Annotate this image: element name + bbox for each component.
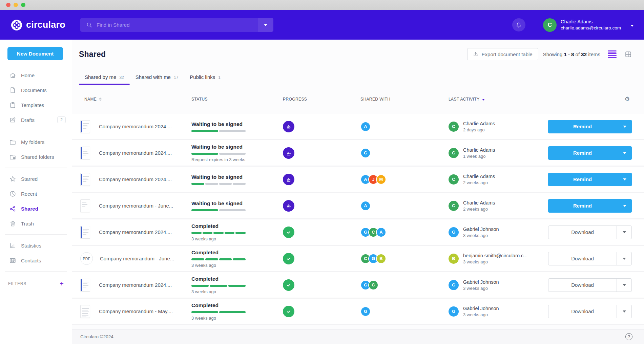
action-label[interactable]: Remind <box>548 120 617 133</box>
shared-with-avatars[interactable]: GCA <box>360 227 449 237</box>
new-document-button[interactable]: New Document <box>7 47 63 60</box>
download-button[interactable]: Download <box>548 252 632 265</box>
document-name[interactable]: Company memorandum - May.... <box>99 308 173 314</box>
search-icon <box>86 22 92 28</box>
document-name[interactable]: Company memorandum 2024.... <box>99 282 172 288</box>
shared-with-avatars[interactable]: GC <box>360 280 449 290</box>
table-row[interactable]: PDFCompany memorandum - June... Complete… <box>72 246 644 272</box>
sidebar: New Document HomeDocumentsTemplatesDraft… <box>0 40 72 344</box>
table-row[interactable]: Company memorandum 2024.... Waiting to b… <box>72 140 644 167</box>
tab-shared-by-me[interactable]: Shared by me32 <box>79 70 130 84</box>
table-row[interactable]: Company memorandum 2024.... Completed 3 … <box>72 219 644 246</box>
document-name[interactable]: Company memorandum 2024.... <box>99 229 172 235</box>
download-button[interactable]: Download <box>548 278 632 292</box>
column-header-name[interactable]: NAME <box>80 97 191 102</box>
document-name[interactable]: Company memorandum - June... <box>99 203 173 209</box>
action-label[interactable]: Download <box>548 305 617 318</box>
tab-shared-with-me[interactable]: Shared with me17 <box>130 70 184 84</box>
logo[interactable]: circularo <box>11 19 65 31</box>
table-row[interactable]: Company memorandum 2024.... Completed 3 … <box>72 272 644 299</box>
action-dropdown-caret[interactable] <box>617 173 632 186</box>
action-dropdown-caret[interactable] <box>617 120 632 133</box>
search-scope-dropdown[interactable] <box>258 18 273 32</box>
shared-with-avatars[interactable]: G <box>360 306 449 317</box>
avatar: C <box>449 201 459 211</box>
add-filter-button[interactable]: + <box>60 280 64 287</box>
action-dropdown-caret[interactable] <box>617 146 632 160</box>
column-header-status[interactable]: STATUS <box>191 97 283 102</box>
download-button[interactable]: Download <box>548 225 632 239</box>
status-subtext: 3 weeks ago <box>191 236 283 241</box>
sidebar-item-contacts[interactable]: Contacts <box>0 253 72 268</box>
last-activity: B benjamin.smith@circularo.c... 3 weeks … <box>449 253 547 264</box>
shared-with-avatars[interactable]: A <box>360 122 449 132</box>
action-label[interactable]: Remind <box>548 173 617 186</box>
status-subtext: 3 weeks ago <box>191 289 283 294</box>
progress-bar <box>191 232 246 234</box>
column-header-shared-with[interactable]: SHARED WITH <box>360 97 449 102</box>
signature-pending-icon <box>283 147 294 159</box>
remind-button[interactable]: Remind <box>548 173 632 186</box>
remind-button[interactable]: Remind <box>548 120 632 133</box>
close-button[interactable] <box>6 3 11 7</box>
action-label[interactable]: Download <box>548 279 617 292</box>
action-label[interactable]: Remind <box>548 199 617 213</box>
table-row[interactable]: Company memorandum - June... Waiting to … <box>72 193 644 219</box>
remind-button[interactable]: Remind <box>548 199 632 213</box>
sidebar-item-shared[interactable]: Shared <box>0 201 72 216</box>
action-dropdown-caret[interactable] <box>617 199 632 213</box>
sidebar-item-templates[interactable]: Templates <box>0 98 72 112</box>
list-view-toggle[interactable] <box>608 50 617 58</box>
document-name[interactable]: Company memorandum - June... <box>100 256 174 261</box>
action-label[interactable]: Download <box>548 252 617 265</box>
tab-public-links[interactable]: Public links1 <box>184 70 226 84</box>
sidebar-item-statistics[interactable]: Statistics <box>0 238 72 253</box>
download-button[interactable]: Download <box>548 305 632 318</box>
sidebar-item-drafts[interactable]: Drafts2 <box>0 112 72 127</box>
table-row[interactable]: Company memorandum 2024.... Waiting to b… <box>72 114 644 140</box>
sidebar-item-trash[interactable]: Trash <box>0 216 72 231</box>
export-document-table-button[interactable]: Export document table <box>467 48 538 60</box>
search-input[interactable] <box>97 22 258 28</box>
sort-icon[interactable] <box>99 98 102 101</box>
sort-desc-icon[interactable] <box>482 97 485 102</box>
action-dropdown-caret[interactable] <box>617 226 631 239</box>
shared-with-avatars[interactable]: AJM <box>360 174 449 185</box>
shared-with-avatars[interactable]: CGB <box>360 254 449 264</box>
shared-with-avatars[interactable]: G <box>360 148 449 158</box>
document-name[interactable]: Company memorandum 2024.... <box>99 176 172 182</box>
document-thumbnail <box>80 199 90 212</box>
table-settings-gear-icon[interactable]: ⚙ <box>625 95 630 103</box>
sidebar-item-documents[interactable]: Documents <box>0 83 72 98</box>
sidebar-item-starred[interactable]: Starred <box>0 171 72 186</box>
action-label[interactable]: Download <box>548 226 617 239</box>
remind-button[interactable]: Remind <box>548 146 632 160</box>
avatar: A <box>360 122 371 132</box>
minimize-button[interactable] <box>14 3 18 7</box>
zoom-button[interactable] <box>21 3 25 7</box>
sidebar-item-my-folders[interactable]: My folders <box>0 134 72 149</box>
user-menu[interactable]: C Charlie Adams charlie.adams@circularo.… <box>543 18 634 32</box>
sidebar-item-recent[interactable]: Recent <box>0 186 72 201</box>
action-dropdown-caret[interactable] <box>617 305 631 318</box>
column-header-progress[interactable]: PROGRESS <box>283 97 360 102</box>
search-box[interactable] <box>80 18 273 32</box>
sidebar-item-home[interactable]: Home <box>0 68 72 83</box>
table-row[interactable]: Company memorandum - May.... Completed 3… <box>72 299 644 325</box>
sidebar-item-label: Shared <box>21 206 38 212</box>
progress-bar <box>191 183 246 185</box>
action-label[interactable]: Remind <box>548 146 617 160</box>
grid-view-toggle[interactable] <box>625 51 632 58</box>
sidebar-item-shared-folders[interactable]: Shared folders <box>0 149 72 164</box>
action-dropdown-caret[interactable] <box>617 279 631 292</box>
sidebar-divider <box>5 131 67 131</box>
tab-label: Public links <box>190 74 215 80</box>
document-name[interactable]: Company memorandum 2024.... <box>99 124 172 129</box>
column-header-last-activity[interactable]: LAST ACTIVITY <box>449 97 547 102</box>
table-row[interactable]: Company memorandum 2024.... Waiting to b… <box>72 167 644 193</box>
action-dropdown-caret[interactable] <box>617 252 631 265</box>
shared-with-avatars[interactable]: A <box>360 201 449 211</box>
notifications-button[interactable] <box>512 18 525 31</box>
help-button[interactable]: ? <box>625 333 632 340</box>
document-name[interactable]: Company memorandum 2024.... <box>99 150 172 156</box>
